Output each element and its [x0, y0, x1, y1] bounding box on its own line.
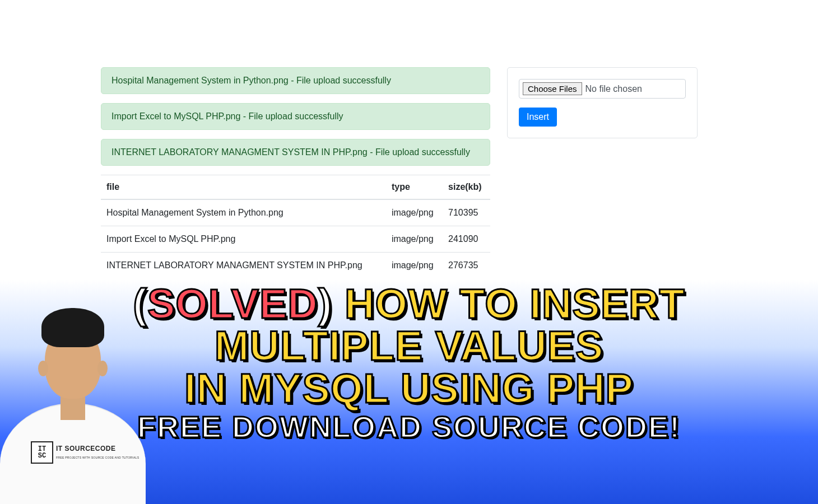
file-status-text: No file chosen — [585, 84, 642, 94]
table-row: Hospital Management System in Python.png… — [101, 199, 490, 226]
files-table: file type size(kb) Hospital Management S… — [101, 175, 490, 278]
insert-button[interactable]: Insert — [519, 108, 557, 127]
cell-type: image/png — [386, 253, 443, 279]
shirt-brand-text: IT SOURCECODE — [56, 445, 116, 452]
shirt-logo-icon: IT SC — [31, 441, 53, 464]
headline-line1-rest: HOW TO INSERT — [332, 281, 685, 327]
col-size: size(kb) — [443, 175, 490, 200]
left-column: Hospital Management System in Python.png… — [101, 67, 490, 278]
ear-left — [38, 361, 48, 376]
cell-type: image/png — [386, 226, 443, 253]
cell-size: 241090 — [443, 226, 490, 253]
hair — [41, 308, 104, 347]
main-content: Hospital Management System in Python.png… — [0, 0, 818, 278]
col-file: file — [101, 175, 386, 200]
logo-line2: SC — [38, 452, 46, 459]
table-row: INTERNET LABORATORY MANAGMENT SYSTEM IN … — [101, 253, 490, 279]
ear-right — [97, 361, 108, 376]
cell-file: Import Excel to MySQL PHP.png — [101, 226, 386, 253]
cell-size: 710395 — [443, 199, 490, 226]
col-type: type — [386, 175, 443, 200]
cell-type: image/png — [386, 199, 443, 226]
headline-line3: IN MYSQL USING PHP — [184, 365, 634, 412]
cell-file: Hospital Management System in Python.png — [101, 199, 386, 226]
headline-paren-close: ) — [318, 281, 333, 327]
alert-success: Hospital Management System in Python.png… — [101, 67, 490, 94]
alert-success: Import Excel to MySQL PHP.png - File upl… — [101, 103, 490, 130]
cell-size: 276735 — [443, 253, 490, 279]
upload-card: Choose Files No file chosen Insert — [507, 67, 698, 138]
choose-files-button[interactable]: Choose Files — [523, 82, 582, 95]
shirt-tagline: FREE PROJECTS WITH SOURCE CODE AND TUTOR… — [56, 456, 139, 459]
table-header-row: file type size(kb) — [101, 175, 490, 200]
headline-solved: SOLVED — [147, 281, 318, 327]
file-input[interactable]: Choose Files No file chosen — [519, 79, 686, 99]
cell-file: INTERNET LABORATORY MANAGMENT SYSTEM IN … — [101, 253, 386, 279]
alert-success: INTERNET LABORATORY MANAGMENT SYSTEM IN … — [101, 139, 490, 166]
headline-line2: MULTIPLE VALUES — [215, 323, 604, 369]
person-graphic: IT SC IT SOURCECODE FREE PROJECTS WITH S… — [0, 302, 146, 504]
table-row: Import Excel to MySQL PHP.png image/png … — [101, 226, 490, 253]
